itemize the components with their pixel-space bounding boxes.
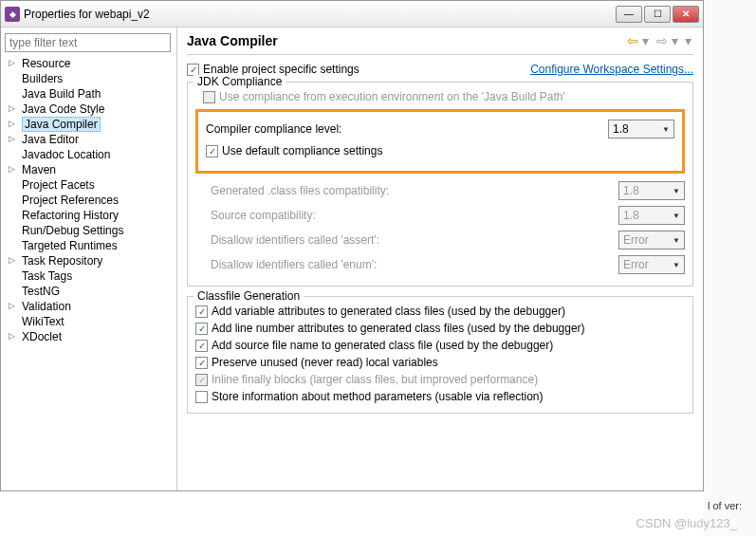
- jdk-group-label: JDK Compliance: [194, 75, 286, 88]
- compliance-level-label: Compiler compliance level:: [206, 122, 608, 136]
- forward-icon[interactable]: ⇨: [656, 33, 668, 48]
- tree-item-testng[interactable]: TestNG: [5, 284, 173, 299]
- tree-item-builders[interactable]: Builders: [5, 71, 173, 86]
- use-default-label: Use default compliance settings: [222, 144, 382, 157]
- tree-item-java-compiler[interactable]: Java Compiler: [5, 117, 173, 132]
- chevron-down-icon: ▼: [662, 125, 670, 134]
- cf-variable-attrs: Add variable attributes to generated cla…: [195, 305, 685, 318]
- forward-menu-icon[interactable]: ▾: [672, 33, 678, 48]
- classfile-group: Classfile Generation Add variable attrib…: [187, 296, 693, 414]
- generated-class-row: Generated .class files compatibility: 1.…: [195, 181, 685, 200]
- page-title: Java Compiler: [187, 33, 625, 48]
- cf1-checkbox[interactable]: [195, 305, 208, 318]
- tree-item-validation[interactable]: Validation: [5, 299, 173, 314]
- background-window-strip: l of ver:: [704, 0, 756, 536]
- titlebar: ◆ Properties for webapi_v2 — ☐ ✕: [1, 1, 703, 28]
- tree-item-targeted-runtimes[interactable]: Targeted Runtimes: [5, 238, 173, 253]
- disallow-assert-select: Error▼: [618, 231, 685, 250]
- dialog-body: ResourceBuildersJava Build PathJava Code…: [1, 28, 703, 490]
- truncated-option: Use compliance from execution environmen…: [203, 90, 685, 103]
- use-execution-env-checkbox: [203, 91, 215, 103]
- tree-item-task-repository[interactable]: Task Repository: [5, 253, 173, 268]
- disallow-assert-row: Disallow identifiers called 'assert': Er…: [195, 231, 685, 250]
- compliance-level-select[interactable]: 1.8▼: [608, 120, 674, 139]
- cf6-checkbox[interactable]: [195, 391, 208, 403]
- cf-preserve-unused: Preserve unused (never read) local varia…: [195, 356, 685, 369]
- enable-specific-label: Enable project specific settings: [203, 63, 360, 76]
- main-panel: Java Compiler ⇦▾ ⇨▾ ▾ Enable project spe…: [177, 28, 703, 490]
- tree-item-wikitext[interactable]: WikiText: [5, 314, 173, 329]
- tree-item-xdoclet[interactable]: XDoclet: [5, 329, 173, 344]
- configure-workspace-link[interactable]: Configure Workspace Settings...: [530, 63, 693, 76]
- source-compat-row: Source compatibility: 1.8▼: [195, 206, 685, 225]
- tree-item-java-editor[interactable]: Java Editor: [5, 132, 173, 147]
- enable-specific-row: Enable project specific settings Configu…: [187, 63, 693, 76]
- back-icon[interactable]: ⇦: [627, 33, 638, 48]
- tree-item-task-tags[interactable]: Task Tags: [5, 268, 173, 284]
- compliance-level-row: Compiler compliance level: 1.8▼: [206, 120, 674, 139]
- cf2-checkbox[interactable]: [195, 323, 208, 335]
- tree-item-java-code-style[interactable]: Java Code Style: [5, 102, 173, 117]
- cf4-checkbox[interactable]: [195, 357, 208, 369]
- header: Java Compiler ⇦▾ ⇨▾ ▾: [187, 33, 693, 55]
- tree-item-refactoring-history[interactable]: Refactoring History: [5, 208, 173, 223]
- tree-item-javadoc-location[interactable]: Javadoc Location: [5, 147, 173, 162]
- classfile-group-label: Classfile Generation: [194, 289, 304, 303]
- tree-item-project-references[interactable]: Project References: [5, 193, 173, 208]
- jdk-compliance-group: JDK Compliance Use compliance from execu…: [187, 82, 693, 286]
- category-tree: ResourceBuildersJava Build PathJava Code…: [5, 56, 173, 344]
- highlight-box: Compiler compliance level: 1.8▼ Use defa…: [195, 109, 685, 174]
- enable-specific-checkbox[interactable]: [187, 64, 199, 76]
- cf5-checkbox: [195, 374, 208, 386]
- background-text-fragment: l of ver:: [708, 500, 742, 511]
- maximize-button[interactable]: ☐: [644, 6, 671, 23]
- cf-method-params: Store information about method parameter…: [195, 390, 685, 403]
- cf-line-numbers: Add line number attributes to generated …: [195, 322, 685, 335]
- tree-item-resource[interactable]: Resource: [5, 56, 173, 71]
- properties-dialog: ◆ Properties for webapi_v2 — ☐ ✕ Resourc…: [0, 0, 704, 491]
- disallow-enum-row: Disallow identifiers called 'enum': Erro…: [195, 255, 685, 274]
- close-button[interactable]: ✕: [673, 6, 699, 23]
- disallow-enum-select: Error▼: [618, 255, 685, 274]
- tree-item-maven[interactable]: Maven: [5, 162, 173, 177]
- cf3-checkbox[interactable]: [195, 340, 208, 352]
- tree-item-project-facets[interactable]: Project Facets: [5, 177, 173, 193]
- app-icon: ◆: [5, 7, 20, 22]
- tree-item-java-build-path[interactable]: Java Build Path: [5, 86, 173, 102]
- use-execution-env-label: Use compliance from execution environmen…: [219, 90, 565, 103]
- cf-inline-finally: Inline finally blocks (larger class file…: [195, 373, 685, 386]
- sidebar: ResourceBuildersJava Build PathJava Code…: [1, 28, 177, 490]
- back-menu-icon[interactable]: ▾: [642, 33, 649, 48]
- source-compat-select: 1.8▼: [618, 206, 685, 225]
- tree-item-run-debug-settings[interactable]: Run/Debug Settings: [5, 223, 173, 238]
- nav-buttons: ⇦▾ ⇨▾ ▾: [625, 33, 693, 48]
- watermark: CSDN @ludy123_: [636, 516, 737, 530]
- filter-input[interactable]: [5, 33, 171, 52]
- generated-class-select: 1.8▼: [618, 181, 685, 200]
- use-default-row: Use default compliance settings: [206, 144, 674, 157]
- use-default-checkbox[interactable]: [206, 145, 218, 157]
- window-buttons: — ☐ ✕: [616, 6, 699, 23]
- window-title: Properties for webapi_v2: [24, 8, 616, 21]
- view-menu-icon[interactable]: ▾: [685, 33, 691, 48]
- cf-source-file: Add source file name to generated class …: [195, 339, 685, 352]
- minimize-button[interactable]: —: [616, 6, 642, 23]
